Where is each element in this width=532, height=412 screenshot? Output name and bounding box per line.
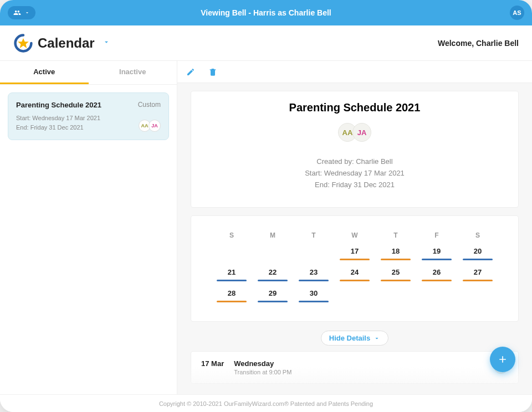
calendar-day-bar [381, 280, 411, 281]
detail-created: Created by: Charlie Bell [191, 156, 518, 168]
footer: Copyright © 2010-2021 OurFamilyWizard.co… [0, 394, 532, 412]
sidebar-tabs: Active Inactive [0, 61, 177, 85]
event-day: Wednesday [234, 359, 484, 368]
calendar-cell: 0 [334, 289, 375, 302]
calendar-row: 21222324252627 [211, 268, 498, 281]
calendar-day-header: T [375, 231, 416, 239]
calendar-cell: 0 [375, 289, 416, 302]
hide-details-label: Hide Details [329, 334, 370, 342]
calendar-day-bar [258, 301, 288, 302]
app-window: Viewing Bell - Harris as Charlie Bell AS… [0, 0, 532, 412]
tab-inactive[interactable]: Inactive [89, 61, 177, 84]
calendar-day-number: 20 [474, 247, 482, 255]
toolbar [177, 61, 532, 83]
calendar-cell[interactable]: 23 [293, 268, 334, 281]
calendar-day-number: 22 [269, 268, 277, 276]
schedule-detail-card: Parenting Schedule 2021 AA JA Created by… [191, 91, 519, 208]
header: Calendar Welcome, Charlie Bell [0, 25, 532, 61]
logo-icon [13, 33, 33, 53]
calendar-day-header: T [293, 231, 334, 239]
calendar-day-bar [340, 280, 370, 281]
user-avatar[interactable]: AS [510, 6, 524, 20]
detail-end: End: Friday 31 Dec 2021 [191, 179, 518, 191]
schedule-card-end: End: Friday 31 Dec 2021 [16, 123, 100, 132]
people-dropdown[interactable] [8, 6, 35, 19]
calendar-day-bar [463, 259, 493, 260]
child-badge-ja: JA [149, 120, 161, 132]
calendar-row: 00017181920 [211, 247, 498, 260]
calendar-day-header: S [457, 231, 498, 239]
calendar-cell[interactable]: 24 [334, 268, 375, 281]
calendar-day-bar [217, 280, 247, 281]
sidebar: Active Inactive Parenting Schedule 2021 … [0, 61, 177, 394]
calendar-row: 2829300000 [211, 289, 498, 302]
calendar-day-bar [422, 280, 452, 281]
calendar-header: SMTWTFS [211, 231, 498, 239]
page-dropdown[interactable] [103, 38, 110, 48]
calendar-cell[interactable]: 29 [252, 289, 293, 302]
calendar-day-number: 24 [351, 268, 359, 276]
schedule-card[interactable]: Parenting Schedule 2021 Custom Start: We… [8, 92, 169, 140]
plus-icon [497, 354, 508, 365]
calendar-day-header: M [252, 231, 293, 239]
calendar-day-bar [258, 280, 288, 281]
calendar-cell: 0 [416, 289, 457, 302]
edit-icon[interactable] [186, 68, 195, 76]
chevron-down-icon [24, 10, 30, 16]
calendar-cell[interactable]: 27 [457, 268, 498, 281]
calendar-day-header: S [211, 231, 252, 239]
calendar-cell: 0 [252, 247, 293, 260]
calendar-card: SMTWTFS 00017181920212223242526272829300… [191, 215, 519, 322]
calendar-day-bar [299, 280, 329, 281]
calendar-cell[interactable]: 20 [457, 247, 498, 260]
calendar-cell[interactable]: 17 [334, 247, 375, 260]
calendar-cell[interactable]: 26 [416, 268, 457, 281]
topbar: Viewing Bell - Harris as Charlie Bell AS [0, 0, 532, 25]
tab-active[interactable]: Active [0, 61, 89, 84]
delete-icon[interactable] [208, 68, 217, 76]
calendar-day-number: 28 [228, 289, 236, 297]
calendar-day-bar [340, 259, 370, 260]
main: Parenting Schedule 2021 AA JA Created by… [177, 61, 532, 394]
calendar-cell[interactable]: 30 [293, 289, 334, 302]
schedule-card-type: Custom [138, 101, 161, 109]
calendar-cell[interactable]: 28 [211, 289, 252, 302]
calendar-day-number: 30 [310, 289, 318, 297]
calendar-day-bar [381, 259, 411, 260]
event-card[interactable]: 17 Mar Wednesday Transition at 9:00 PM C… [191, 351, 519, 384]
calendar-day-number: 25 [392, 268, 400, 276]
svg-marker-0 [18, 38, 29, 48]
calendar-day-number: 27 [474, 268, 482, 276]
event-transition: Transition at 9:00 PM [234, 369, 484, 375]
calendar-day-bar [299, 301, 329, 302]
event-date: 17 Mar [201, 359, 224, 368]
calendar-cell[interactable]: 22 [252, 268, 293, 281]
calendar-day-number: 21 [228, 268, 236, 276]
detail-title: Parenting Schedule 2021 [191, 101, 518, 114]
calendar-day-bar [217, 301, 247, 302]
welcome-text: Welcome, Charlie Bell [438, 39, 519, 48]
calendar-cell: 0 [457, 289, 498, 302]
add-fab[interactable] [490, 347, 515, 372]
calendar-day-bar [463, 280, 493, 281]
calendar-cell[interactable]: 19 [416, 247, 457, 260]
schedule-card-start: Start: Wednesday 17 Mar 2021 [16, 114, 100, 123]
calendar-day-header: W [334, 231, 375, 239]
calendar-cell[interactable]: 25 [375, 268, 416, 281]
calendar-day-number: 23 [310, 268, 318, 276]
people-icon [13, 9, 21, 17]
calendar-day-bar [422, 259, 452, 260]
calendar-day-number: 18 [392, 247, 400, 255]
schedule-card-title: Parenting Schedule 2021 [16, 101, 101, 109]
chevron-down-icon [374, 335, 380, 342]
calendar-cell[interactable]: 21 [211, 268, 252, 281]
page-title: Calendar [38, 35, 95, 51]
detail-start: Start: Wednesday 17 Mar 2021 [191, 168, 518, 179]
hide-details-button[interactable]: Hide Details [321, 331, 388, 346]
chevron-down-icon [103, 38, 110, 46]
schedule-card-badges: AA JA [141, 120, 161, 132]
calendar-cell: 0 [211, 247, 252, 260]
calendar-day-number: 26 [433, 268, 441, 276]
calendar-cell[interactable]: 18 [375, 247, 416, 260]
detail-badge-ja: JA [352, 123, 371, 142]
